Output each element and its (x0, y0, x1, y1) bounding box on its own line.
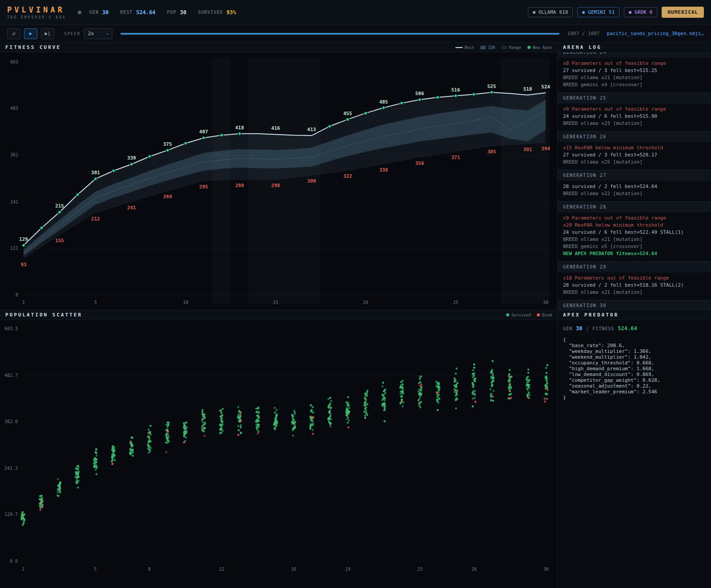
log-line: BREED ollama x22 [mutation] (563, 190, 706, 197)
svg-text:339: 339 (127, 155, 136, 161)
log-line: x9 Parameters out of feasible range (563, 215, 706, 222)
svg-text:603.3: 603.3 (4, 326, 18, 331)
stat-gen: GEN 30 (89, 9, 109, 16)
svg-text:212: 212 (91, 216, 100, 222)
log-generation-header: GENERATION 29 (558, 261, 711, 272)
svg-text:23: 23 (417, 567, 423, 572)
apex-config-json: { "base_rate": 208.6, "weekday_multiplie… (558, 333, 711, 404)
replay-progress-bar[interactable] (120, 33, 559, 35)
svg-text:295: 295 (199, 184, 208, 190)
speed-select[interactable]: 2x ▾ (84, 28, 112, 39)
svg-text:385: 385 (487, 149, 496, 155)
legend-new-apex: New Apex (527, 45, 552, 50)
speed-label: SPEED (64, 32, 80, 36)
legend-best-label: Best (465, 45, 475, 50)
chevron-down-icon: ▾ (106, 32, 108, 36)
range-swatch (502, 46, 507, 49)
fitness-chart: 0121241362483603151015202530129932151553… (0, 52, 558, 310)
svg-text:19: 19 (345, 567, 351, 572)
stat-best-value: 524.64 (136, 9, 156, 16)
svg-text:241: 241 (127, 205, 136, 211)
svg-text:15: 15 (273, 300, 278, 305)
apex-panel-header: APEX PREDATOR (558, 310, 711, 320)
apex-gen-value: 30 (576, 325, 582, 332)
log-line: BREED gemini x5 [crossover] (563, 243, 706, 250)
svg-text:362: 362 (10, 152, 18, 157)
svg-text:10: 10 (183, 300, 188, 305)
svg-text:518: 518 (523, 86, 532, 92)
svg-text:5: 5 (94, 300, 97, 305)
svg-text:5: 5 (94, 567, 96, 572)
stat-best-label: BEST (120, 10, 132, 15)
fitness-panel-title: FITNESS CURVE (5, 44, 61, 50)
apex-meta: GEN 30 | FITNESS 524.64 (558, 320, 711, 333)
badge-grok[interactable]: GROK 6 (624, 7, 657, 17)
apex-panel-title: APEX PREDATOR (563, 312, 619, 318)
svg-text:394: 394 (541, 146, 550, 152)
svg-text:121: 121 (10, 246, 18, 251)
legend-died-label: Died (542, 313, 552, 317)
top-header: PVLVINAR THE EMPEROR'S BOX GEN 30 BEST 5… (0, 0, 711, 25)
svg-text:298: 298 (271, 183, 280, 188)
svg-text:93: 93 (20, 262, 26, 268)
scatter-legend: Survived Died (506, 313, 552, 317)
svg-text:129: 129 (19, 236, 28, 242)
log-generation-header: GENERATION 27 (558, 170, 711, 181)
svg-text:322: 322 (343, 173, 352, 179)
badge-ollama-label: OLLAMA (539, 9, 556, 15)
svg-text:455: 455 (343, 111, 352, 116)
badge-gemini[interactable]: GEMINI 51 (577, 7, 619, 17)
svg-text:120.7: 120.7 (4, 512, 18, 517)
badge-ollama[interactable]: OLLAMA 618 (528, 7, 573, 17)
population-scatter-panel: POPULATION SCATTER Survived Died 0.0120.… (0, 310, 558, 588)
badge-numerical-mode[interactable]: NUMERICAL (662, 7, 704, 18)
stat-best: BEST 524.64 (120, 9, 155, 16)
frame-counter: 1007 / 1007 (567, 31, 600, 36)
log-line: 28 survived / 2 fell best=524.64 (563, 183, 706, 190)
svg-text:8: 8 (148, 567, 151, 572)
svg-text:356: 356 (415, 160, 424, 166)
legend-best: Best (455, 45, 475, 50)
log-line: x15 RevPAR below minimum threshold (563, 144, 706, 152)
fitness-panel-header: FITNESS CURVE Best IQR Range New Apex (0, 43, 557, 52)
log-line: BREED ollama x25 [mutation] (563, 159, 706, 166)
badge-gemini-label: GEMINI (588, 9, 606, 15)
play-icon: ▶ (29, 31, 32, 36)
play-button[interactable]: ▶ (24, 28, 37, 39)
skip-end-button[interactable]: ▶| (41, 28, 54, 39)
badge-grok-label: GROK (635, 9, 647, 15)
svg-text:506: 506 (415, 91, 424, 96)
svg-text:371: 371 (451, 155, 460, 160)
stat-pop-value: 30 (180, 9, 186, 16)
best-line-swatch (455, 47, 463, 48)
survived-swatch (506, 313, 509, 316)
svg-text:0.0: 0.0 (10, 559, 18, 564)
apex-fitness-label: FITNESS (592, 326, 614, 331)
badge-gemini-count: 51 (609, 9, 615, 15)
grok-dot-icon (629, 11, 631, 14)
population-scatter-chart: 0.0120.7241.3362.0482.7603.3158121619232… (0, 320, 558, 588)
arena-log-panel: ARENA LOG GENERATION 24x8 Parameters out… (558, 43, 711, 310)
restart-button[interactable]: ↺ (7, 28, 20, 39)
svg-text:516: 516 (451, 87, 460, 93)
log-generation-header: GENERATION 24 (558, 52, 711, 58)
llm-badges: OLLAMA 618 GEMINI 51 GROK 6 NUMERICAL (528, 7, 704, 18)
log-line: 27 survived / 3 fell best=515.25 (563, 67, 706, 74)
replay-filename: pacific_sands_pricing_30gen.ndjs… (607, 31, 704, 36)
svg-text:391: 391 (523, 147, 532, 152)
log-line: 27 survived / 3 fell best=520.17 (563, 152, 706, 159)
svg-text:155: 155 (55, 238, 64, 244)
svg-text:416: 416 (271, 125, 280, 131)
legend-new-apex-label: New Apex (533, 45, 552, 50)
arena-log-title: ARENA LOG (563, 44, 602, 50)
svg-text:16: 16 (291, 567, 296, 572)
scatter-panel-title: POPULATION SCATTER (5, 312, 82, 318)
log-line: x9 Parameters out of feasible range (563, 106, 706, 113)
svg-text:375: 375 (163, 141, 172, 147)
svg-text:30: 30 (543, 567, 549, 572)
svg-text:241.3: 241.3 (4, 466, 18, 471)
log-generation-header: GENERATION 30 (558, 300, 711, 310)
log-generation-header: GENERATION 25 (558, 92, 711, 104)
arena-log-list[interactable]: GENERATION 24x8 Parameters out of feasib… (558, 52, 711, 310)
apex-fitness-value: 524.64 (618, 325, 637, 332)
